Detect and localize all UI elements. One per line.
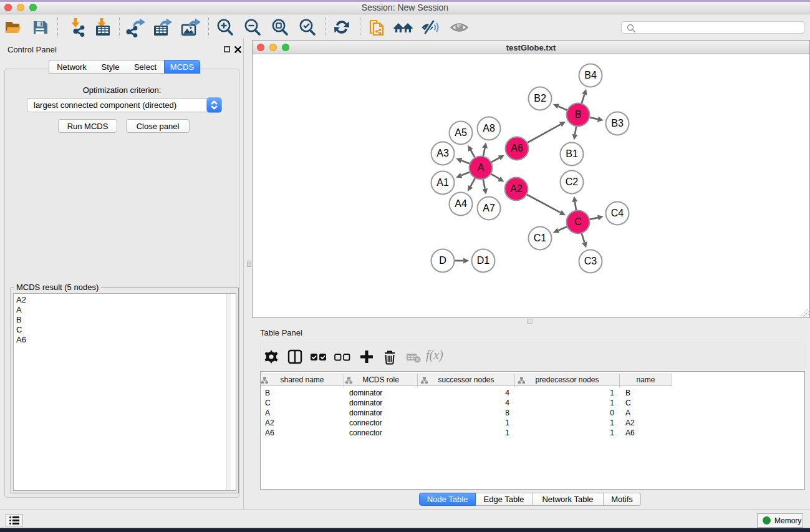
svg-text:B1: B1: [566, 148, 578, 159]
svg-text:B3: B3: [611, 118, 624, 128]
svg-text:A: A: [478, 162, 485, 173]
svg-text:C4: C4: [611, 208, 624, 218]
svg-text:C3: C3: [584, 256, 597, 266]
svg-text:B: B: [575, 109, 582, 120]
svg-text:C: C: [574, 216, 582, 227]
svg-text:A5: A5: [455, 127, 467, 138]
svg-text:B4: B4: [584, 70, 597, 80]
svg-text:A4: A4: [455, 198, 467, 209]
svg-text:A2: A2: [510, 183, 523, 194]
svg-text:A8: A8: [483, 123, 495, 133]
svg-text:A7: A7: [483, 203, 495, 213]
svg-text:A6: A6: [511, 143, 523, 153]
svg-text:D: D: [439, 255, 446, 266]
svg-text:B2: B2: [534, 93, 546, 104]
svg-text:D1: D1: [477, 255, 490, 266]
svg-text:C2: C2: [566, 177, 579, 187]
svg-text:C1: C1: [534, 233, 547, 243]
svg-text:A3: A3: [436, 148, 449, 158]
svg-text:A1: A1: [436, 177, 449, 188]
